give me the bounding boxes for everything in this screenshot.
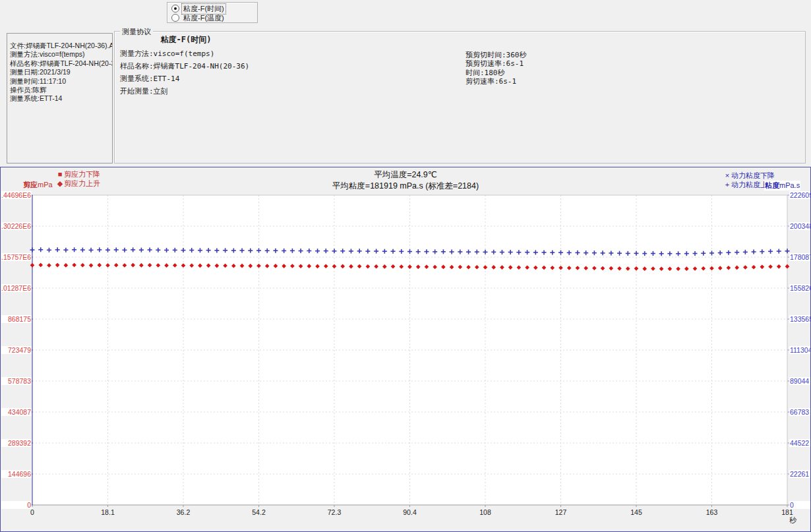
radio-viscosity-temperature-label[interactable]: 粘度-F(温度) bbox=[182, 13, 225, 23]
left-axis-title: 剪应mPa bbox=[23, 180, 53, 190]
left-tick-label: 723479 bbox=[8, 346, 31, 354]
x-tick-label: 145 bbox=[630, 508, 642, 516]
right-tick-label: 222609 bbox=[790, 191, 810, 199]
radio-viscosity-temperature[interactable]: 粘度-F(温度) bbox=[171, 13, 257, 22]
left-tick-label: .15757E6 bbox=[1, 253, 31, 261]
measure-system-line: 测量系统:ETT-14 bbox=[10, 94, 112, 103]
left-tick-label: 868175 bbox=[8, 315, 31, 323]
protocol-sample-line: 样品名称:焊锡膏TLF-204-NH(20-36) bbox=[120, 61, 249, 71]
left-tick-label: .30226E6 bbox=[1, 222, 31, 230]
left-tick-label: 289392 bbox=[8, 439, 31, 447]
x-tick-label: 0 bbox=[30, 508, 34, 516]
x-tick-label: 90.4 bbox=[403, 508, 417, 516]
left-tick-label: 144696 bbox=[8, 470, 31, 478]
legend-item-visc-down: ×动力粘度下降 bbox=[723, 171, 775, 181]
x-tick-label: 127 bbox=[555, 508, 567, 516]
right-tick-label: 66783 bbox=[790, 408, 809, 416]
protocol-title: 粘度-F(时间) bbox=[115, 34, 257, 45]
chart-title-temperature: 平均温度=24.9℃ bbox=[1, 169, 810, 181]
radio-viscosity-time[interactable]: 粘度-F(时间) bbox=[171, 4, 257, 13]
measure-date-line: 测量日期:2021/3/19 bbox=[10, 68, 112, 76]
right-tick-label: 111304 bbox=[790, 346, 810, 354]
x-tick-label: 36.2 bbox=[177, 508, 191, 516]
x-tick-label: 72.3 bbox=[328, 508, 342, 516]
radio-selected-icon[interactable] bbox=[171, 5, 179, 13]
right-tick-label: 0 bbox=[790, 501, 794, 509]
legend-shear-stress: ■剪应力下降 ◆剪应力上升 bbox=[56, 170, 100, 188]
measurement-protocol-groupbox: 测量协议 粘度-F(时间) 测量方法:visco=f(temps) 样品名称:焊… bbox=[114, 31, 806, 163]
plus-marker-icon: + bbox=[723, 181, 731, 190]
x-axis-unit-label: 秒 bbox=[789, 516, 796, 525]
radio-unselected-icon[interactable] bbox=[171, 14, 179, 22]
protocol-system-line: 测量系统:ETT-14 bbox=[120, 74, 179, 84]
left-tick-label: .44696E6 bbox=[1, 191, 31, 199]
left-tick-label: 0 bbox=[27, 501, 31, 509]
right-tick-label: 155826 bbox=[790, 284, 810, 292]
diamond-marker-icon: ◆ bbox=[56, 179, 64, 189]
right-tick-label: 200348 bbox=[790, 222, 810, 230]
x-marker-icon: × bbox=[723, 171, 731, 181]
right-tick-label: 178087 bbox=[790, 253, 810, 261]
shear-rate-line: 剪切速率:6s-1 bbox=[466, 76, 516, 86]
file-name-line: 文件:焊锡膏TLF-204-NH(20-36).A01 bbox=[10, 42, 112, 50]
radio-viscosity-time-label[interactable]: 粘度-F(时间) bbox=[182, 4, 225, 14]
left-tick-label: .01287E6 bbox=[1, 284, 31, 292]
preshear-rate-line: 预剪切速率:6s-1 bbox=[466, 59, 524, 69]
right-tick-label: 22261 bbox=[790, 470, 809, 478]
protocol-start-line: 开始测量:立刻 bbox=[120, 86, 168, 96]
measure-method-line: 测量方法:visco=f(temps) bbox=[10, 50, 112, 59]
protocol-method-line: 测量方法:visco=f(temps) bbox=[120, 49, 214, 59]
legend-item-shear-down: ■剪应力下降 bbox=[56, 170, 100, 179]
measurement-info-panel: 文件:焊锡膏TLF-204-NH(20-36).A01 测量方法:visco=f… bbox=[7, 33, 113, 163]
x-tick-label: 18.1 bbox=[101, 508, 115, 516]
measure-time-line: 测量时间:11:17:10 bbox=[10, 77, 112, 86]
left-tick-label: 578783 bbox=[8, 377, 31, 385]
right-axis-title: 粘度mPa.s bbox=[764, 181, 800, 191]
right-tick-label: 44522 bbox=[790, 439, 809, 447]
right-tick-label: 89044 bbox=[790, 377, 809, 385]
square-marker-icon: ■ bbox=[56, 170, 64, 179]
sample-name-line: 样品名称:焊锡膏TLF-204-NH(20-36) bbox=[10, 59, 112, 68]
x-tick-label: 108 bbox=[479, 508, 491, 516]
view-mode-radio-group: 粘度-F(时间) 粘度-F(温度) bbox=[167, 2, 258, 23]
chart-title-viscosity: 平均粘度=181919 mPa.s (标准差=2184) bbox=[1, 181, 810, 192]
x-tick-label: 54.2 bbox=[252, 508, 266, 516]
operator-line: 操作员:陈辉 bbox=[10, 86, 112, 94]
right-tick-label: 133565 bbox=[790, 315, 810, 323]
left-tick-label: 434087 bbox=[8, 408, 31, 416]
legend-item-shear-up: ◆剪应力上升 bbox=[56, 179, 100, 189]
chart-panel: 018.136.254.272.390.4108127145163181.446… bbox=[0, 167, 811, 532]
viscosity-time-plot: 018.136.254.272.390.4108127145163181.446… bbox=[1, 167, 810, 531]
x-tick-label: 163 bbox=[706, 508, 718, 516]
